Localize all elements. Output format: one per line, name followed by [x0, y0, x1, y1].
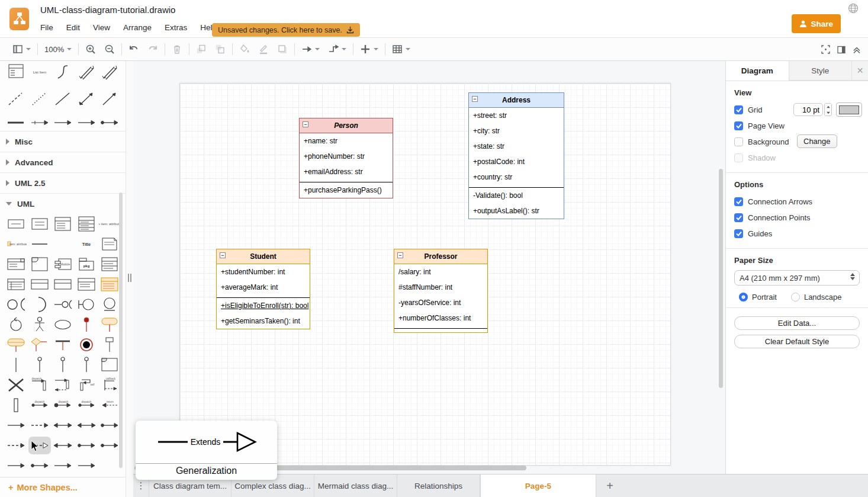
- tab-diagram[interactable]: Diagram: [726, 61, 789, 81]
- shape-item-attribute[interactable]: + item: attribute: [98, 215, 121, 233]
- page-tab-page-5[interactable]: Page-5: [480, 474, 596, 497]
- shape-link-arrow[interactable]: [52, 457, 74, 474]
- change-background-button[interactable]: Change: [797, 134, 837, 148]
- shape-self-call[interactable]: self: [75, 376, 98, 394]
- shape-link-biarrow[interactable]: [52, 437, 74, 454]
- shape-frame-box[interactable]: [28, 255, 51, 273]
- checkbox-connection-arrows[interactable]: [734, 197, 743, 206]
- shape-link-dash-arrow[interactable]: [5, 437, 27, 454]
- collapse-icon[interactable]: −: [472, 96, 478, 102]
- collapse-toolbar-icon[interactable]: [853, 46, 861, 54]
- grid-size-stepper[interactable]: [824, 103, 832, 116]
- shape-required-interface[interactable]: [28, 296, 51, 313]
- section-misc[interactable]: Misc: [0, 131, 126, 152]
- shape-class-plain[interactable]: [52, 275, 74, 293]
- shape-link-dot-arrow[interactable]: [98, 437, 121, 454]
- vertical-scrollbar[interactable]: [719, 169, 723, 388]
- shape-diag-solid[interactable]: [52, 90, 74, 108]
- shape-class-plain[interactable]: [28, 275, 51, 293]
- shape-diag-dashed[interactable]: [5, 90, 27, 108]
- fullscreen-icon[interactable]: [821, 45, 830, 54]
- paper-size-select[interactable]: A4 (210 mm x 297 mm): [734, 270, 860, 286]
- tab-style[interactable]: Style: [789, 61, 852, 81]
- shape-title-text[interactable]: Title: [75, 235, 98, 253]
- section-uml[interactable]: UML: [0, 193, 126, 214]
- shape-link-biarrow[interactable]: [52, 416, 74, 434]
- shape-actor[interactable]: [28, 316, 51, 334]
- shape-diag-arrow[interactable]: [98, 90, 121, 108]
- shape-composite-activity[interactable]: [5, 336, 27, 354]
- shape-dispatch-return[interactable]: [52, 376, 74, 394]
- section-advanced[interactable]: Advanced: [0, 152, 126, 172]
- shape-link-dot-arrow[interactable]: [98, 416, 121, 434]
- shape-package-box[interactable]: pkg: [75, 255, 98, 273]
- shape-boundary-object[interactable]: [75, 296, 98, 313]
- shape-class-header-rows[interactable]: [75, 275, 98, 293]
- shape-message-arrow[interactable]: dispatch: [28, 396, 51, 414]
- checkbox-connection-points[interactable]: [734, 213, 743, 222]
- shape-object-box[interactable]: [5, 215, 27, 233]
- shape-message-dot-arrow[interactable]: dispatch: [52, 396, 74, 414]
- shape-message-arrow[interactable]: dispatch: [75, 396, 98, 414]
- grid-color-button[interactable]: [836, 102, 862, 117]
- splitter-grip[interactable]: [128, 274, 131, 282]
- shape-class-small[interactable]: [5, 255, 27, 273]
- shape-sync-bar[interactable]: [52, 336, 74, 354]
- uml-class-person[interactable]: −Person+name: str+phoneNumber: str+email…: [299, 118, 393, 198]
- shape-link-labeled[interactable]: [28, 114, 51, 132]
- checkbox-guides[interactable]: [734, 229, 743, 238]
- sidebar-scrollbar[interactable]: [119, 193, 123, 468]
- shape-diag-dotted[interactable]: [28, 90, 51, 108]
- shape-link-arrow[interactable]: [5, 457, 27, 474]
- shape-object-lifeline[interactable]: [98, 336, 121, 354]
- format-panel-toggle-icon[interactable]: [837, 46, 846, 54]
- zoom-level[interactable]: 100%: [40, 40, 76, 58]
- collapse-icon[interactable]: −: [220, 252, 226, 258]
- grid-size-input[interactable]: [793, 103, 823, 116]
- shape-double-arrow-diag[interactable]: [98, 63, 121, 81]
- background-checkbox[interactable]: [734, 137, 743, 146]
- clear-default-style-button[interactable]: Clear Default Style: [734, 335, 860, 348]
- waypoints-icon[interactable]: [324, 40, 351, 58]
- shape-item-attribute-badge[interactable]: item: attribute: [5, 235, 27, 253]
- shape-link-dash-arrow[interactable]: [28, 416, 51, 434]
- grid-checkbox[interactable]: [734, 105, 743, 114]
- page-view-checkbox[interactable]: [734, 121, 743, 130]
- menu-arrange[interactable]: Arrange: [123, 23, 152, 32]
- view-panel-icon[interactable]: [8, 40, 35, 58]
- menu-file[interactable]: File: [40, 23, 53, 32]
- collapse-icon[interactable]: −: [303, 121, 308, 127]
- shape-divider-line[interactable]: [28, 235, 51, 253]
- table-icon[interactable]: [388, 40, 414, 58]
- shape-return-dashed[interactable]: return: [98, 396, 121, 414]
- shape-hline-bold[interactable]: [5, 114, 27, 132]
- connection-icon[interactable]: [297, 40, 324, 58]
- shape-link-arrow[interactable]: [5, 416, 27, 434]
- share-button[interactable]: Share: [792, 14, 841, 33]
- shape-list-item-label[interactable]: List Item: [28, 63, 51, 81]
- shape-lifeline[interactable]: [5, 356, 27, 374]
- shape-lifeline-dot[interactable]: [28, 356, 51, 374]
- uml-class-professor[interactable]: −Professor/salary: int#staffNumber: int-…: [394, 249, 488, 333]
- shape-component-box[interactable]: Module: [52, 255, 74, 273]
- shape-link-dot-arrow[interactable]: [75, 437, 98, 454]
- menu-edit[interactable]: Edit: [66, 23, 80, 32]
- uml-class-student[interactable]: −Student+studentNumber: int+averageMark:…: [216, 249, 310, 329]
- portrait-radio[interactable]: Portrait: [739, 293, 777, 302]
- shape-link-dot-arrow[interactable]: [28, 457, 51, 474]
- zoom-out-icon[interactable]: [100, 40, 119, 58]
- shape-activation-bar[interactable]: [5, 396, 27, 414]
- shape-link-dot-arrow[interactable]: [98, 114, 121, 132]
- shape-note-box[interactable]: [98, 235, 121, 253]
- undo-icon[interactable]: [124, 40, 143, 58]
- shape-entity-object[interactable]: [98, 296, 121, 313]
- shape-lifeline-dot[interactable]: [52, 356, 74, 374]
- shape-dispatch-bracket[interactable]: dispatch: [28, 376, 51, 394]
- shape-link-arrow[interactable]: [52, 114, 74, 132]
- landscape-radio[interactable]: Landscape: [791, 293, 842, 302]
- shape-lifeline-dot[interactable]: [75, 356, 98, 374]
- shape-final-node[interactable]: [75, 336, 98, 354]
- shape-use-case[interactable]: [52, 316, 74, 334]
- uml-class-address[interactable]: −Address+street: str+city: str+state: st…: [468, 92, 564, 219]
- shape-link-arrow[interactable]: [75, 457, 98, 474]
